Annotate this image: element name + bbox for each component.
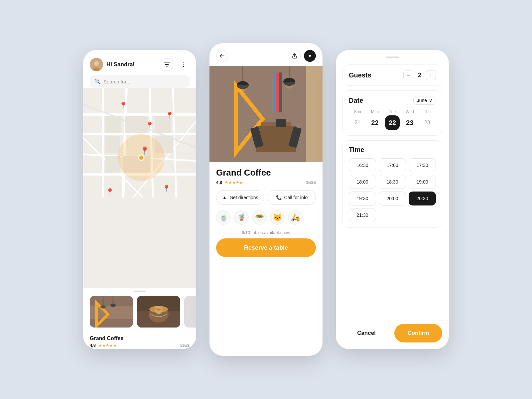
minus-icon: −	[407, 72, 410, 79]
guest-controls: − 2 +	[403, 70, 436, 80]
reserve-table-button[interactable]: Reserve a table	[216, 238, 316, 257]
calendar-row: Son 21 Mon 22 Tue 22 Wed 23 Thu 23	[349, 109, 436, 130]
phone-1: Hi Sandra! ⋮ 🔍 Search for...	[83, 50, 196, 349]
tables-available: 6/10 tables available now	[216, 230, 316, 235]
search-icon: 🔍	[94, 78, 101, 84]
time-2030[interactable]: 20:30	[409, 192, 436, 205]
get-directions-button[interactable]: ▲ Get directions	[216, 190, 264, 205]
svg-text:📍: 📍	[146, 121, 154, 129]
scroll-indicator	[134, 291, 146, 292]
time-1700[interactable]: 17:00	[379, 158, 406, 172]
emoji-2[interactable]: 🧋	[234, 210, 249, 225]
svg-rect-17	[105, 116, 121, 133]
increase-guests-button[interactable]: +	[426, 70, 436, 80]
chevron-down-icon: ∨	[429, 98, 432, 103]
time-title: Time	[349, 146, 364, 153]
modal-handle	[386, 57, 399, 58]
svg-point-36	[100, 305, 106, 309]
restaurant-price: $$$$	[306, 180, 316, 185]
svg-point-38	[110, 304, 116, 307]
phone2-topbar: ♥	[209, 43, 323, 66]
phone1-header: Hi Sandra! ⋮	[83, 50, 196, 75]
map-svg: 📍 📍 📍 📍 📍 📍	[83, 88, 196, 198]
greeting-text: Hi Sandra!	[106, 61, 135, 68]
top-actions: ♥	[289, 50, 316, 62]
action-buttons: ▲ Get directions 📞 Call for info	[216, 190, 316, 205]
svg-text:📍: 📍	[106, 188, 114, 196]
date-section: Date June ∨ Son 21 Mon 22 Tue 22	[342, 90, 442, 136]
time-1930[interactable]: 19:30	[349, 192, 376, 205]
time-1900[interactable]: 19:00	[409, 175, 436, 189]
confirm-button[interactable]: Confirm	[394, 324, 442, 342]
svg-text:📍: 📍	[166, 111, 174, 119]
time-2130[interactable]: 21:30	[349, 208, 376, 222]
header-icons: ⋮	[161, 59, 190, 70]
svg-rect-59	[279, 72, 282, 112]
get-directions-label: Get directions	[229, 195, 258, 200]
map-area[interactable]: 📍 📍 📍 📍 📍 📍	[83, 88, 196, 288]
svg-text:📍: 📍	[162, 185, 171, 193]
cancel-button[interactable]: Cancel	[342, 324, 390, 342]
directions-icon: ▲	[222, 195, 227, 200]
time-1800[interactable]: 18:00	[349, 175, 376, 189]
emoji-3[interactable]: 🥗	[252, 210, 267, 225]
search-placeholder: Search for...	[103, 79, 130, 84]
phone-icon: 📞	[276, 195, 282, 200]
restaurant-rating: 4,8	[216, 180, 222, 185]
time-1630[interactable]: 16:30	[349, 158, 376, 172]
date-header: Date June ∨	[349, 96, 436, 105]
time-section: Time 16:30 17:00 17:30 18:00 18:30 19:00…	[342, 140, 442, 228]
cafe-stars: ★★★★★	[98, 343, 117, 348]
svg-rect-22	[105, 156, 120, 173]
guest-count: 2	[418, 72, 421, 79]
cal-day-thu[interactable]: Thu 23	[419, 109, 436, 130]
svg-rect-18	[125, 116, 148, 133]
cal-day-tue[interactable]: Tue 22	[384, 109, 401, 130]
share-button[interactable]	[289, 50, 301, 62]
cafe-name: Grand Coffee	[90, 335, 190, 341]
restaurant-name: Grand Coffee	[216, 168, 316, 178]
cafe-price: $$$$	[180, 343, 190, 348]
back-button[interactable]	[216, 50, 228, 62]
month-selector[interactable]: June ∨	[413, 96, 436, 105]
search-bar[interactable]: 🔍 Search for...	[90, 75, 190, 88]
guests-header: Guests − 2 +	[349, 70, 436, 80]
svg-point-0	[94, 61, 99, 66]
cafe-label: Grand Coffee 4,8 ★★★★★ $$$$	[83, 333, 196, 349]
svg-point-1	[92, 67, 100, 71]
time-1730[interactable]: 17:30	[409, 158, 436, 172]
svg-text:📍: 📍	[140, 146, 150, 156]
svg-rect-20	[105, 136, 120, 153]
guests-title: Guests	[349, 71, 371, 79]
favorite-button[interactable]: ♥	[304, 50, 316, 62]
plus-icon: +	[429, 72, 433, 79]
time-2000[interactable]: 20:00	[379, 192, 406, 205]
svg-rect-48	[256, 126, 296, 152]
emoji-1[interactable]: 🍵	[216, 210, 231, 225]
restaurant-stars: ★★★★★	[225, 180, 243, 185]
cal-day-mon[interactable]: Mon 22	[366, 109, 383, 130]
cal-day-wed[interactable]: Wed 23	[401, 109, 418, 130]
filter-button[interactable]	[161, 59, 173, 70]
cafe-image-1[interactable]	[90, 296, 133, 328]
cafe-image-3[interactable]	[184, 296, 196, 328]
avatar	[90, 58, 103, 71]
more-button[interactable]: ⋮	[178, 59, 190, 70]
date-title: Date	[349, 97, 363, 104]
restaurant-image	[209, 66, 323, 162]
avatar-greeting: Hi Sandra!	[90, 58, 135, 71]
cafe-image-2[interactable]	[137, 296, 180, 328]
call-for-info-button[interactable]: 📞 Call for info	[268, 190, 316, 205]
svg-point-25	[139, 155, 144, 160]
svg-text:📍: 📍	[119, 101, 127, 109]
emoji-5[interactable]: 🛵	[288, 210, 303, 225]
cafe-rating: 4,8	[90, 343, 96, 348]
cal-day-son[interactable]: Son 21	[349, 109, 366, 130]
time-1830[interactable]: 18:30	[379, 175, 406, 189]
svg-rect-58	[276, 72, 279, 112]
svg-rect-50	[276, 119, 286, 127]
emoji-4[interactable]: 🐱	[270, 210, 285, 225]
call-for-info-label: Call for info	[284, 195, 308, 200]
restaurant-meta: 4,8 ★★★★★ $$$$	[216, 180, 316, 185]
decrease-guests-button[interactable]: −	[403, 70, 413, 80]
